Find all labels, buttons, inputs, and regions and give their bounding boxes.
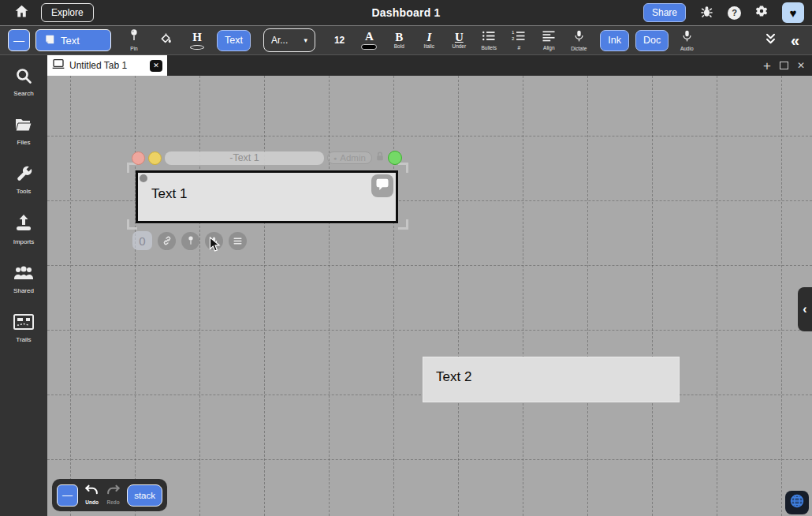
favorites-heart-button[interactable]: ♥ [782,2,804,23]
search-icon [14,66,33,88]
status-dot-green[interactable] [388,151,402,165]
home-button[interactable] [11,2,32,23]
wrench-icon [14,164,33,186]
underline-glyph: U [455,32,464,43]
text1-node[interactable]: Text 1 [136,170,398,223]
doc-button[interactable]: Doc [635,30,669,51]
add-tab-button[interactable]: + [763,59,771,73]
heading-glyph: H [192,32,202,43]
grid-line [717,76,717,516]
lock-icon[interactable] [375,151,385,165]
bullet-list-icon [482,30,496,45]
font-size-value[interactable]: 12 [334,35,345,46]
mic-button[interactable] [205,232,223,250]
font-color-button[interactable]: A [359,31,379,50]
collapse-dash-button[interactable]: — [8,29,30,51]
close-dot-button[interactable] [132,151,145,165]
text1-content[interactable]: Text 1 [151,186,187,202]
link-button[interactable] [158,232,176,250]
heading-button[interactable]: H [187,32,207,50]
underline-button[interactable]: U Under [449,32,469,50]
pin-caption: Pin [130,47,137,52]
ink-button[interactable]: Ink [600,30,629,51]
tab-close-button[interactable]: ✕ [150,60,162,72]
comment-button[interactable] [371,174,393,197]
canvas[interactable]: -Text 1 ● Admin Text 1 0 [47,76,812,516]
tab-strip: Untitled Tab 1 ✕ + ✕ [47,55,812,76]
bullet-list-button[interactable]: Bullets [479,30,499,51]
font-family-dropdown[interactable]: Ar... ▾ [263,28,315,52]
grid-line [587,76,588,516]
sidebar-label: Imports [13,239,35,245]
share-button[interactable]: Share [643,3,686,22]
sidebar-item-files[interactable]: Files [0,115,47,146]
link-count-chip[interactable]: 0 [132,231,152,250]
admin-badge[interactable]: ● Admin [327,151,372,164]
settings-gear-icon[interactable] [754,4,769,21]
sidebar-item-shared[interactable]: Shared [0,264,47,294]
heart-icon: ♥ [790,6,797,20]
dictate-button[interactable]: Dictate [568,29,589,52]
text-tool-button[interactable]: Text [35,29,111,51]
left-sidebar: Search Files Tools Imports [0,55,47,516]
grid-line [652,76,653,516]
right-panel-flyout[interactable]: ‹ [798,287,812,331]
minimize-dot-button[interactable] [148,151,162,165]
bug-report-icon[interactable] [699,4,714,22]
double-chevron-down-icon[interactable] [763,32,778,49]
stack-button[interactable]: stack [127,484,162,507]
explore-button[interactable]: Explore [41,3,94,22]
double-chevron-left-icon[interactable]: « [791,32,799,48]
globe-button[interactable] [785,491,809,514]
pin-annotation-button[interactable] [181,232,199,250]
text1-title-pill[interactable]: -Text 1 [165,151,324,165]
italic-caption: Italic [424,44,434,50]
dash-label: — [62,489,73,501]
grid-line [199,76,200,516]
toolbar-dash-button[interactable]: — [57,484,78,507]
align-caption: Align [543,46,554,51]
pin-button[interactable]: Pin [124,28,144,52]
close-dashboard-icon[interactable]: ✕ [797,61,805,70]
globe-icon [789,493,805,512]
sidebar-label: Files [17,140,31,146]
text-mode-button[interactable]: Text [217,30,251,51]
text2-content[interactable]: Text 2 [436,369,471,385]
import-upload-icon [13,213,34,237]
sidebar-item-trails[interactable]: Trails [0,312,47,343]
align-button[interactable]: Align [538,30,559,51]
dictate-caption: Dictate [571,47,587,52]
toolbar-collapse-group: « [763,32,799,49]
grid-line [70,76,71,516]
tab-untitled-tab-1[interactable]: Untitled Tab 1 ✕ [47,55,167,76]
text-mode-label: Text [225,35,243,46]
underline-caption: Under [452,44,466,50]
sidebar-label: Trails [16,337,31,343]
numbered-list-icon: 1 2 [512,30,526,45]
admin-dot-icon: ● [333,155,337,161]
drag-handle-dot[interactable] [140,174,147,182]
undo-caption: Undo [85,500,99,506]
bold-button[interactable]: B Bold [389,32,409,50]
numbered-list-button[interactable]: 1 2 # [508,30,529,51]
grid-line [47,136,812,136]
text2-node[interactable]: Text 2 [423,357,680,402]
sidebar-item-tools[interactable]: Tools [0,164,47,195]
sidebar-item-search[interactable]: Search [0,66,47,97]
screen-tab-icon [52,58,65,73]
maximize-icon[interactable] [780,62,788,69]
redo-button[interactable]: Redo [106,484,121,506]
menu-button[interactable] [229,232,247,250]
speech-bubble-icon [375,178,389,194]
italic-button[interactable]: I Italic [419,32,439,50]
audio-button[interactable]: Audio [676,29,697,52]
dictate-mic-icon [573,29,585,46]
sidebar-item-imports[interactable]: Imports [0,213,47,245]
numbered-list-caption: # [517,46,520,51]
fill-color-button[interactable] [155,32,176,50]
help-button[interactable]: ? [728,6,741,20]
explore-label: Explore [51,7,84,18]
font-family-value: Ar... [271,35,288,46]
people-group-icon [13,264,35,286]
undo-button[interactable]: Undo [84,484,99,506]
